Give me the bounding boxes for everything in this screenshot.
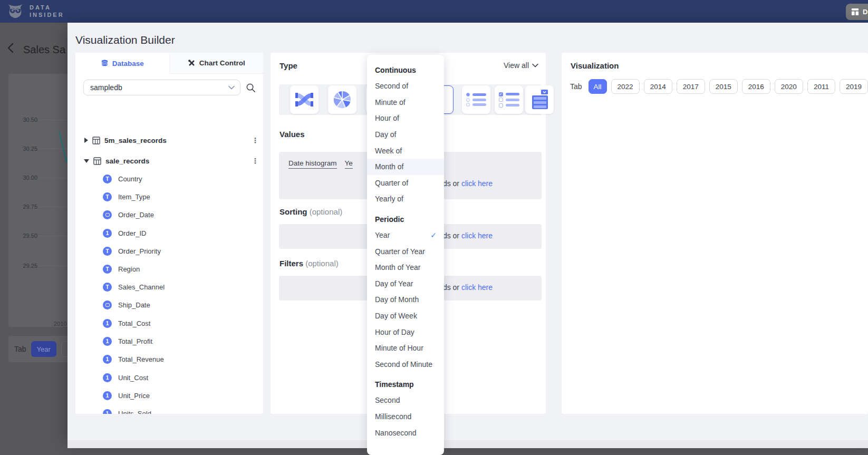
- dropdown-item[interactable]: Hour of Day: [367, 324, 444, 340]
- tab-chart-control-label: Chart Control: [199, 59, 245, 67]
- y-tick: 30.00: [23, 175, 37, 181]
- chart-type-checkbox-list[interactable]: ✓: [495, 85, 523, 114]
- dropdown-item[interactable]: Second of: [367, 78, 444, 94]
- click-here-link[interactable]: click here: [461, 283, 493, 292]
- dropdown-item[interactable]: Week of: [367, 142, 444, 159]
- dropdown-item[interactable]: Quarter of Year: [367, 243, 444, 259]
- dropdown-item[interactable]: Month of Year: [367, 259, 444, 276]
- dropdown-table-icon: [531, 90, 548, 110]
- field-name: Item_Type: [118, 193, 150, 201]
- chevron-down-icon: [228, 85, 235, 90]
- dropdown-item[interactable]: Minute of Hour: [367, 340, 444, 356]
- dropdown-item[interactable]: Second of Minute: [367, 356, 444, 373]
- field-item[interactable]: 1Total_Profit: [103, 334, 259, 348]
- dropdown-item[interactable]: Day of Year: [367, 276, 444, 292]
- number-field-icon: 1: [103, 391, 112, 400]
- field-item[interactable]: 1Total_Revenue: [103, 352, 259, 366]
- view-all-button[interactable]: View all: [504, 61, 538, 70]
- dropdown-item[interactable]: Day of Week: [367, 308, 444, 324]
- date-field-icon: [103, 301, 112, 309]
- chart-type-dropdown-table[interactable]: [525, 85, 554, 114]
- click-here-link[interactable]: click here: [461, 231, 493, 240]
- table-icon: [92, 137, 100, 144]
- line-series: [56, 129, 67, 169]
- chart-type-pie[interactable]: [328, 85, 356, 114]
- field-item[interactable]: Ship_Date: [103, 298, 259, 312]
- dropdown-item-highlighted[interactable]: Month of: [367, 159, 444, 175]
- dropdown-section-header: Timestamp: [367, 376, 444, 392]
- back-arrow-icon[interactable]: [5, 42, 17, 54]
- dropdown-item[interactable]: Day of: [367, 127, 444, 143]
- click-here-link[interactable]: click here: [461, 179, 493, 188]
- viz-tab-2017[interactable]: 2017: [677, 79, 705, 94]
- field-item[interactable]: 1Order_ID: [103, 226, 259, 240]
- field-item[interactable]: 1Unit_Price: [103, 389, 259, 402]
- viz-tab-2022[interactable]: 2022: [611, 79, 640, 94]
- chart-type-sankey[interactable]: [290, 85, 319, 114]
- dropdown-item[interactable]: Nanosecond: [367, 424, 444, 441]
- field-item[interactable]: TItem_Type: [103, 190, 259, 204]
- dropdown-item[interactable]: Second: [367, 392, 444, 409]
- field-item[interactable]: TRegion: [103, 262, 259, 276]
- y-tick: 30.50: [23, 117, 37, 123]
- field-item[interactable]: Order_Date: [103, 208, 259, 221]
- value-chip-date-histogram[interactable]: Date histogram: [288, 159, 337, 169]
- field-name: Sales_Channel: [118, 283, 165, 291]
- visualization-panel: Visualization Tab All 2022 2014 2017 201…: [562, 53, 868, 414]
- dropdown-item[interactable]: Minute of: [367, 94, 444, 111]
- viz-tab-2016[interactable]: 2016: [742, 79, 770, 94]
- drop-hint: elds or click here: [437, 179, 493, 188]
- viz-tab-2020[interactable]: 2020: [775, 79, 803, 94]
- logo-text-line1: DATA: [30, 4, 64, 11]
- tab-chip-year[interactable]: Year: [31, 341, 56, 357]
- number-field-icon: 1: [103, 409, 112, 414]
- app-header: DATA INSIDER D: [0, 0, 868, 23]
- dropdown-item[interactable]: Quarter of: [367, 175, 444, 191]
- kebab-menu-icon[interactable]: ⋮: [252, 139, 259, 142]
- number-field-icon: 1: [103, 319, 112, 328]
- field-item[interactable]: 1Unit_Cost: [103, 371, 259, 384]
- check-icon: ✓: [430, 231, 437, 239]
- expand-down-icon[interactable]: [84, 159, 89, 163]
- viz-tab-2015[interactable]: 2015: [709, 79, 738, 94]
- dropdown-item[interactable]: Day of Month: [367, 292, 444, 308]
- number-field-icon: 1: [103, 373, 112, 382]
- viz-tab-2014[interactable]: 2014: [644, 79, 672, 94]
- dropdown-item-selected[interactable]: Year ✓: [367, 227, 444, 244]
- dropdown-item[interactable]: Millisecond: [367, 409, 444, 425]
- viz-tab-2019[interactable]: 2019: [840, 79, 868, 94]
- dropdown-item[interactable]: Hour of: [367, 110, 444, 127]
- drop-hint: elds or click here: [437, 283, 493, 292]
- field-item[interactable]: TSales_Channel: [103, 280, 259, 294]
- expand-right-icon[interactable]: [84, 138, 88, 143]
- viz-tab-2011[interactable]: 2011: [807, 79, 835, 94]
- viz-tab-all[interactable]: All: [589, 79, 607, 94]
- tab-database[interactable]: Database: [75, 53, 169, 74]
- chevron-down-icon: [532, 63, 538, 67]
- text-field-icon: T: [103, 247, 112, 256]
- dropdown-item[interactable]: Yearly of: [367, 191, 444, 207]
- search-icon[interactable]: [246, 83, 256, 93]
- chart-type-radio-list[interactable]: [462, 85, 490, 114]
- dashboard-button[interactable]: D: [846, 4, 868, 20]
- tab-chart-control[interactable]: Chart Control: [169, 53, 264, 74]
- value-chip-year[interactable]: Ye: [345, 159, 353, 169]
- kebab-menu-icon[interactable]: ⋮: [252, 160, 259, 162]
- y-tick: 29.75: [23, 204, 37, 210]
- text-field-icon: T: [103, 283, 112, 292]
- tab-chip-quarter[interactable]: Qu: [61, 341, 67, 357]
- checkbox-list-icon: ✓: [499, 91, 519, 109]
- app-logo[interactable]: DATA INSIDER: [6, 2, 64, 20]
- field-name: Order_Priority: [118, 247, 161, 255]
- date-function-dropdown: Continuous Second of Minute of Hour of D…: [367, 55, 444, 455]
- viz-tab-label: Tab: [570, 82, 582, 91]
- sorting-section-title: Sorting (optional): [279, 207, 342, 216]
- dropdown-section-header: Continuous: [367, 62, 444, 78]
- field-item[interactable]: TOrder_Priority: [103, 244, 259, 258]
- field-item[interactable]: TCountry: [103, 172, 259, 186]
- database-select[interactable]: sampledb: [83, 80, 240, 95]
- table-row-sale-records[interactable]: sale_records ⋮: [83, 154, 259, 168]
- table-row-5m-sales-records[interactable]: 5m_sales_records ⋮: [83, 133, 259, 147]
- field-item[interactable]: 1Total_Cost: [103, 316, 259, 330]
- field-item[interactable]: 1Units_Sold: [103, 406, 259, 414]
